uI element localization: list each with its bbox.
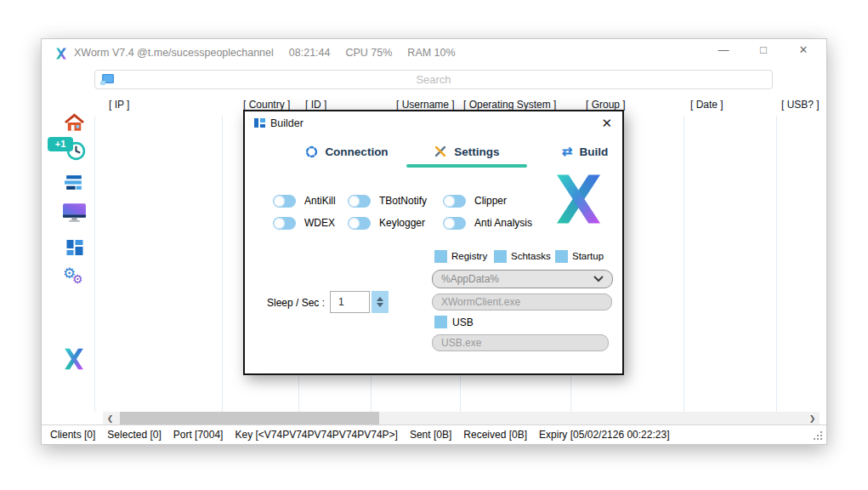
schtasks-option: Schtasks: [494, 249, 555, 263]
maximize-button[interactable]: □: [757, 43, 769, 56]
tab-settings[interactable]: Settings: [406, 140, 527, 162]
sidebar-item-settings[interactable]: ⚙ ⚙: [63, 267, 87, 294]
client-filename-input[interactable]: [432, 293, 612, 311]
connection-icon: [305, 145, 318, 158]
wdex-toggle[interactable]: [273, 217, 296, 230]
clipper-toggle[interactable]: [443, 195, 466, 208]
stepper-up-icon[interactable]: [377, 297, 383, 301]
column-header-date[interactable]: [ Date ]: [690, 99, 723, 111]
window-title: XWorm V7.4 @t.me/sucesspeoplechannel: [74, 47, 274, 59]
sleep-input[interactable]: [330, 291, 370, 313]
column-header-ip[interactable]: [ IP ]: [109, 99, 129, 111]
column-header-group[interactable]: [ Group ]: [586, 99, 626, 111]
status-bar: Clients [0] Selected [0] Port [7004] Key…: [42, 424, 826, 444]
feature-toggles: AntiKill TBotNotify Clipper WDEX Keylogg…: [273, 190, 579, 234]
tbotnotify-toggle[interactable]: [348, 195, 371, 208]
close-button[interactable]: ✕: [797, 43, 809, 56]
uptime-clock: 08:21:44: [289, 47, 331, 59]
usb-checkbox[interactable]: [434, 316, 447, 328]
status-expiry: Expiry [05/02/2126 00:22:23]: [539, 429, 669, 441]
status-key: Key [<V74PV74PV74PV74PV74P>]: [235, 429, 397, 441]
status-sent: Sent [0B]: [410, 429, 451, 441]
sidebar-item-apps[interactable]: [65, 237, 85, 261]
startup-option: Startup: [555, 249, 604, 263]
usb-filename-input[interactable]: [432, 334, 609, 351]
column-divider: [776, 116, 777, 412]
toggle-tbotnotify: TBotNotify: [348, 190, 443, 212]
builder-dialog-titlebar: Builder ✕: [245, 111, 622, 135]
startup-checkbox[interactable]: [555, 250, 568, 263]
sidebar-item-builder[interactable]: [64, 348, 84, 373]
builder-icon: [253, 117, 266, 129]
column-header-username[interactable]: [ Username ]: [396, 99, 455, 111]
builder-dialog: Builder ✕ Connection Settings ⇄ Build A: [243, 110, 624, 375]
search-input[interactable]: [95, 71, 772, 88]
gears-icon: ⚙ ⚙: [63, 267, 87, 291]
xworm-logo-icon: [55, 48, 67, 60]
tab-build[interactable]: ⇄ Build: [525, 140, 645, 162]
toggle-antikill: AntiKill: [273, 190, 348, 212]
search-bar: [94, 70, 773, 89]
cpu-usage: CPU 75%: [345, 47, 392, 59]
resize-grip[interactable]: [813, 430, 824, 442]
minimize-button[interactable]: —: [718, 43, 729, 56]
tab-connection[interactable]: Connection: [286, 140, 407, 162]
settings-tools-icon: [434, 145, 447, 158]
notification-badge: +1: [48, 137, 73, 151]
stepper-down-icon[interactable]: [377, 303, 383, 307]
sidebar-item-tasks[interactable]: [64, 174, 85, 195]
status-received: Received [0B]: [463, 429, 527, 441]
sidebar-item-home[interactable]: [64, 112, 85, 136]
titlebar: XWorm V7.4 @t.me/sucesspeoplechannel 08:…: [42, 39, 826, 67]
ram-usage: RAM 10%: [407, 47, 455, 59]
builder-close-icon[interactable]: ✕: [601, 116, 612, 131]
column-header-country[interactable]: [ Country ]: [243, 99, 290, 111]
registry-option: Registry: [434, 249, 494, 263]
builder-dialog-title: Builder: [270, 117, 304, 129]
apps-grid-icon: [65, 237, 85, 258]
status-port: Port [7004]: [173, 429, 224, 441]
sleep-stepper[interactable]: [372, 291, 389, 313]
x-logo-icon: [64, 348, 84, 370]
column-divider: [94, 116, 95, 412]
registry-checkbox[interactable]: [434, 250, 447, 263]
column-header-usb[interactable]: [ USB? ]: [781, 99, 820, 111]
chevron-down-icon: [593, 276, 604, 282]
antianalysis-toggle[interactable]: [443, 217, 466, 230]
toggle-wdex: WDEX: [273, 212, 348, 234]
install-folder-dropdown[interactable]: %AppData%: [432, 270, 613, 288]
column-header-os[interactable]: [ Operating System ]: [463, 99, 556, 111]
monitor-icon: [62, 202, 87, 224]
status-selected: Selected [0]: [107, 429, 161, 441]
sidebar-item-monitor[interactable]: [62, 202, 87, 227]
column-divider: [222, 116, 223, 412]
status-clients: Clients [0]: [50, 429, 95, 441]
antikill-toggle[interactable]: [273, 195, 296, 208]
column-divider: [684, 116, 684, 412]
home-icon: [64, 112, 85, 133]
x-logo-large-icon: [555, 173, 602, 225]
tasks-list-icon: [64, 174, 85, 191]
xworm-main-window: XWorm V7.4 @t.me/sucesspeoplechannel 08:…: [41, 38, 827, 445]
sleep-label: Sleep / Sec :: [267, 297, 325, 309]
schtasks-checkbox[interactable]: [494, 250, 507, 263]
build-arrows-icon: ⇄: [562, 145, 573, 157]
column-header-id[interactable]: [ ID ]: [305, 99, 326, 111]
install-options: Registry Schtasks Startup: [434, 249, 604, 263]
toggle-keylogger: Keylogger: [348, 212, 443, 234]
keylogger-toggle[interactable]: [348, 217, 371, 230]
usb-option: USB: [434, 316, 474, 328]
